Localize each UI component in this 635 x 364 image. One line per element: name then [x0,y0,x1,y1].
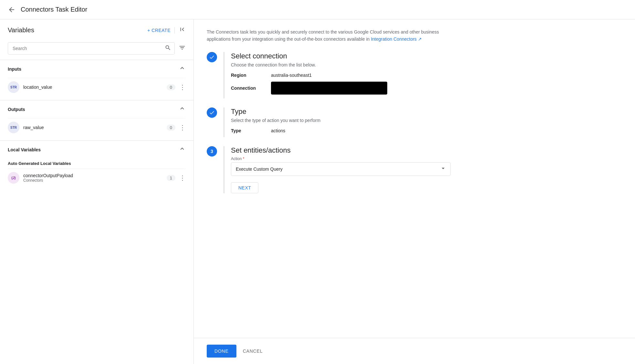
region-value: australia-southeast1 [271,73,312,78]
step2-type-field: Type actions [231,128,622,133]
step1-subtitle: Choose the connection from the list belo… [231,62,622,67]
local-variables-title: Local Variables [8,147,41,152]
sidebar-actions: + CREATE [147,26,186,35]
var-name: raw_value [23,125,167,130]
done-button[interactable]: DONE [207,345,236,358]
more-icon[interactable]: ⋮ [179,83,186,91]
collapse-icon[interactable] [179,26,186,35]
var-info: connectorOutputPayload Connectors [23,173,167,183]
step2-completed-icon [207,107,217,118]
page-title: Connectors Task Editor [21,6,87,13]
search-input-wrap [8,42,175,55]
header: Connectors Task Editor [0,0,635,19]
vertical-divider [174,27,175,34]
local-variables-section: Local Variables Auto Generated Local Var… [0,140,193,191]
var-name: location_value [23,85,167,90]
step2-title: Type [231,107,622,116]
main-layout: Variables + CREATE [0,19,635,364]
search-input[interactable] [8,43,174,54]
connection-label: Connection [231,86,263,91]
step3-content: Set entities/actions Action * Execute Cu… [224,146,622,193]
outputs-chevron-icon [179,105,186,114]
step2-subtitle: Select the type of action you want to pe… [231,118,622,123]
sidebar-title: Variables [8,26,34,34]
step1-connection-field: Connection [231,82,622,95]
integration-connectors-link[interactable]: Integration Connectors ↗ [371,36,422,42]
step-type: Type Select the type of action you want … [207,107,622,137]
list-item: STR raw_value 0 ⋮ [8,118,186,136]
step1-region-field: Region australia-southeast1 [231,73,622,78]
inputs-section: Inputs STR location_value 0 ⋮ [0,60,193,100]
step1-content: Select connection Choose the connection … [224,52,622,98]
outputs-content: STR raw_value 0 ⋮ [8,118,186,140]
local-variables-chevron-icon [179,145,186,154]
step-set-entities: 3 Set entities/actions Action * Execute … [207,146,622,193]
create-button[interactable]: + CREATE [147,28,171,33]
sidebar-header: Variables + CREATE [0,19,193,40]
str-badge: STR [8,122,19,133]
outputs-section-header[interactable]: Outputs [8,100,186,118]
inputs-content: STR location_value 0 ⋮ [8,78,186,100]
inputs-section-header[interactable]: Inputs [8,60,186,78]
list-item: {J} connectorOutputPayload Connectors 1 … [8,168,186,187]
search-container [0,40,193,60]
var-count: 1 [167,175,175,181]
more-icon[interactable]: ⋮ [179,124,186,131]
action-field-group: Action * Execute Custom Query [231,157,622,176]
local-variables-section-header[interactable]: Local Variables [8,141,186,158]
search-icon [165,45,171,53]
var-count: 0 [167,84,175,90]
step2-content: Type Select the type of action you want … [224,107,622,137]
step1-completed-icon [207,52,217,62]
local-variables-content: Auto Generated Local Variables {J} conne… [8,158,186,191]
step-select-connection: Select connection Choose the connection … [207,52,622,98]
filter-icon[interactable] [179,44,186,53]
sidebar: Variables + CREATE [0,19,194,364]
outputs-section: Outputs STR raw_value 0 ⋮ [0,100,193,140]
auto-gen-label: Auto Generated Local Variables [8,158,186,168]
next-button[interactable]: NEXT [231,182,258,193]
type-value: actions [271,128,285,133]
required-star: * [243,157,245,161]
action-select[interactable]: Execute Custom Query [231,162,451,176]
region-label: Region [231,73,263,78]
var-name: connectorOutputPayload [23,173,167,178]
var-sub: Connectors [23,178,167,183]
cancel-button[interactable]: CANCEL [243,349,263,354]
more-icon[interactable]: ⋮ [179,174,186,182]
right-panel: The Connectors task lets you quickly and… [194,19,635,364]
json-badge: {J} [8,172,19,184]
list-item: STR location_value 0 ⋮ [8,78,186,96]
action-select-wrap: Execute Custom Query [231,162,451,176]
inputs-title: Inputs [8,66,21,72]
step1-title: Select connection [231,52,622,60]
str-badge: STR [8,81,19,93]
type-label: Type [231,128,263,133]
step3-number-icon: 3 [207,146,217,157]
back-button[interactable] [8,6,16,14]
inputs-chevron-icon [179,65,186,73]
description-text: The Connectors task lets you quickly and… [207,28,452,43]
var-count: 0 [167,125,175,131]
connection-value-redacted [271,82,387,95]
bottom-bar: DONE CANCEL [194,338,635,364]
step3-title: Set entities/actions [231,146,622,155]
action-field-label: Action * [231,157,622,161]
outputs-title: Outputs [8,107,25,112]
